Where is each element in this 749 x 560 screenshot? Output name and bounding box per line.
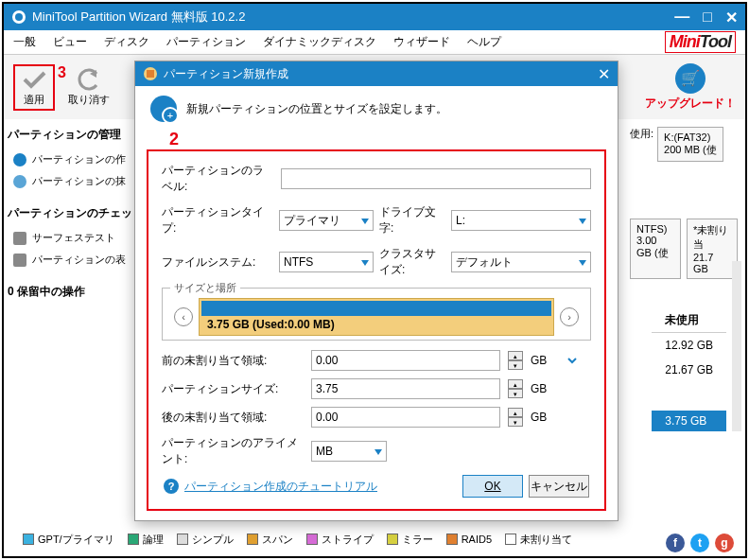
slider-handle-left[interactable]: ‹ <box>174 307 193 326</box>
upgrade-button[interactable]: 🛒 アップグレード！ <box>645 63 736 112</box>
free-row-1[interactable]: 12.92 GB <box>652 333 726 358</box>
upgrade-label: アップグレード！ <box>645 96 736 112</box>
disk-box-k[interactable]: K:(FAT32) 200 MB (使 <box>657 127 723 162</box>
tutorial-link[interactable]: パーティション作成のチュートリアル <box>184 479 377 495</box>
free-space-table: 未使用 12.92 GB 21.67 GB 3.75 GB <box>652 308 726 431</box>
fieldset-label: サイズと場所 <box>170 281 240 295</box>
legend-raid5: RAID5 <box>462 534 492 545</box>
spin-up[interactable]: ▴ <box>508 379 523 389</box>
disk-box-ntfs[interactable]: NTFS) 3.00 GB (使 <box>630 219 681 279</box>
select-partition-type[interactable]: プライマリ <box>279 210 374 231</box>
create-partition-dialog: パーティション新規作成 ✕ 新規パーティションの位置とサイズを設定します。 2 … <box>134 61 618 521</box>
close-button[interactable]: ✕ <box>725 9 738 26</box>
undo-button[interactable]: 取り消す <box>64 64 113 111</box>
menu-wizard[interactable]: ウィザード <box>393 34 450 50</box>
legend: GPT/プライマリ 論理 シンプル スパン ストライプ ミラー RAID5 未割… <box>9 528 740 551</box>
check-icon <box>21 68 47 91</box>
menu-disk[interactable]: ディスク <box>104 34 149 50</box>
slider-handle-right[interactable]: › <box>560 307 579 326</box>
spin-up[interactable]: ▴ <box>508 351 523 360</box>
label-after: 後の未割り当て領域: <box>162 410 304 426</box>
ok-button[interactable]: OK <box>462 475 523 498</box>
input-after[interactable] <box>311 407 500 428</box>
free-row-selected[interactable]: 3.75 GB <box>652 411 726 431</box>
unit-gb: GB <box>531 354 559 367</box>
app-icon <box>11 9 26 25</box>
spin-up[interactable]: ▴ <box>508 408 523 417</box>
label-partition-size: パーティションサイズ: <box>162 381 304 397</box>
minitool-logo: MiniTool <box>665 31 736 53</box>
maximize-button[interactable]: □ <box>703 9 712 26</box>
globe-icon <box>13 175 26 188</box>
partition-icon <box>143 66 158 81</box>
label-cluster: クラスタサイズ: <box>379 246 445 278</box>
list-icon <box>13 254 26 267</box>
sidebar-item-wipe[interactable]: パーティションの抹 <box>8 170 136 192</box>
select-filesystem[interactable]: NTFS <box>279 252 374 272</box>
label-partition-type: パーティションタイプ: <box>162 204 273 236</box>
legend-stripe: ストライプ <box>322 533 374 547</box>
col-free: 未使用 <box>652 308 726 333</box>
minimize-button[interactable]: ― <box>674 9 689 26</box>
size-location-fieldset: サイズと場所 ‹ 3.75 GB (Used:0.00 MB) › <box>162 288 591 341</box>
chevron-down-icon[interactable] <box>566 355 578 366</box>
scrollbar[interactable] <box>732 261 741 431</box>
spin-down[interactable]: ▾ <box>508 389 523 398</box>
spin-down[interactable]: ▾ <box>508 417 523 427</box>
label-alignment: パーティションのアライメント: <box>162 435 304 467</box>
help-icon[interactable]: ? <box>164 479 179 494</box>
window-title: MiniTool Partition Wizard 無料版 10.2.2 <box>32 9 245 26</box>
menu-help[interactable]: ヘルプ <box>467 34 501 50</box>
facebook-icon[interactable]: f <box>666 534 685 552</box>
legend-gpt: GPT/プライマリ <box>38 533 114 547</box>
label-before: 前の未割り当て領域: <box>162 353 304 369</box>
sidebar-item-explore[interactable]: パーティションの表 <box>8 249 136 271</box>
disk-box-unalloc[interactable]: *未割り当 21.7 GB <box>687 219 738 279</box>
undo-label: 取り消す <box>68 93 110 107</box>
svg-point-1 <box>15 13 23 21</box>
size-slider[interactable]: 3.75 GB (Used:0.00 MB) <box>199 298 554 336</box>
dialog-close-icon[interactable]: ✕ <box>598 65 610 83</box>
disk-icon <box>13 153 26 166</box>
svg-rect-3 <box>147 70 154 78</box>
input-partition-label[interactable] <box>281 168 591 189</box>
menu-general[interactable]: 一般 <box>13 34 36 50</box>
free-row-2[interactable]: 21.67 GB <box>652 358 726 382</box>
legend-simple: シンプル <box>192 533 234 547</box>
select-alignment[interactable]: MB <box>311 441 387 462</box>
sidebar-item-surface[interactable]: サーフェステスト <box>8 227 136 249</box>
sidebar-head-pending: 0 保留中の操作 <box>8 284 136 300</box>
label-filesystem: ファイルシステム: <box>162 254 273 271</box>
select-drive-letter[interactable]: L: <box>451 210 591 231</box>
menu-view[interactable]: ビュー <box>53 34 87 50</box>
label-partition-label: パーティションのラベル: <box>162 163 273 195</box>
sidebar-item-create[interactable]: パーティションの作 <box>8 149 136 170</box>
sidebar-head-manage: パーティションの管理 <box>8 127 136 143</box>
titlebar: MiniTool Partition Wizard 無料版 10.2.2 ― □… <box>4 4 745 30</box>
menu-partition[interactable]: パーティション <box>166 34 246 50</box>
menu-dynamic[interactable]: ダイナミックディスク <box>263 34 376 50</box>
cancel-button[interactable]: キャンセル <box>529 475 589 498</box>
gplus-icon[interactable]: g <box>715 534 734 552</box>
select-cluster[interactable]: デフォルト <box>451 252 591 272</box>
apply-label: 適用 <box>24 93 44 107</box>
dialog-head-icon <box>150 96 177 122</box>
input-partition-size[interactable] <box>311 378 500 399</box>
legend-mirror: ミラー <box>402 533 433 547</box>
dialog-head-text: 新規パーティションの位置とサイズを設定します。 <box>186 101 447 117</box>
slider-text: 3.75 GB (Used:0.00 MB) <box>207 318 335 331</box>
cart-icon: 🛒 <box>675 63 705 94</box>
callout-2: 2 <box>169 130 606 149</box>
menubar: 一般 ビュー ディスク パーティション ダイナミックディスク ウィザード ヘルプ… <box>4 30 745 55</box>
dialog-title: パーティション新規作成 <box>164 66 288 82</box>
twitter-icon[interactable]: t <box>690 534 709 552</box>
apply-button[interactable]: 適用 <box>13 64 55 111</box>
spin-down[interactable]: ▾ <box>508 360 523 370</box>
legend-logical: 論理 <box>143 533 164 547</box>
label-drive-letter: ドライブ文字: <box>379 204 445 236</box>
legend-span: スパン <box>262 533 293 547</box>
input-before[interactable] <box>311 350 500 371</box>
undo-icon <box>76 68 102 91</box>
sidebar: パーティションの管理 パーティションの作 パーティションの抹 パーティションのチ… <box>4 119 141 479</box>
unit-gb: GB <box>531 411 559 424</box>
